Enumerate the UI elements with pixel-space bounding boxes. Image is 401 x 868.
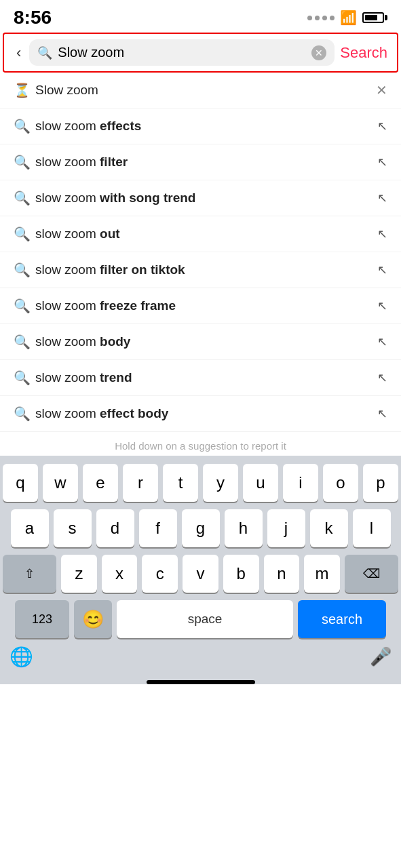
suggestion-list: ⏳ Slow zoom ✕ 🔍 slow zoom effects ↖ 🔍 sl… — [0, 73, 401, 432]
suggestion-item[interactable]: 🔍 slow zoom with song trend ↖ — [0, 180, 401, 216]
suggestion-text: slow zoom body — [35, 334, 377, 349]
suggestion-text: slow zoom filter — [35, 155, 377, 170]
suggestion-text: Slow zoom — [35, 83, 376, 98]
key-f[interactable]: f — [139, 509, 177, 547]
key-c[interactable]: c — [142, 555, 178, 593]
home-indicator — [147, 680, 255, 684]
backspace-key[interactable]: ⌫ — [345, 555, 398, 593]
search-icon: 🔍 — [14, 406, 35, 422]
key-g[interactable]: g — [182, 509, 220, 547]
hint-text: Hold down on a suggestion to report it — [0, 432, 401, 456]
keyboard-bottom-row: 🌐 🎤 — [3, 646, 398, 676]
globe-icon[interactable]: 🌐 — [9, 646, 33, 668]
keyboard-search-key[interactable]: search — [298, 600, 386, 638]
autofill-arrow-icon[interactable]: ↖ — [377, 298, 387, 313]
suggestion-item[interactable]: 🔍 slow zoom filter on tiktok ↖ — [0, 252, 401, 288]
suggestion-item[interactable]: ⏳ Slow zoom ✕ — [0, 73, 401, 108]
suggestion-item[interactable]: 🔍 slow zoom trend ↖ — [0, 360, 401, 396]
key-t[interactable]: t — [163, 464, 198, 502]
search-input-wrap[interactable]: 🔍 ✕ — [29, 39, 335, 66]
key-j[interactable]: j — [267, 509, 305, 547]
key-a[interactable]: a — [11, 509, 49, 547]
key-q[interactable]: q — [3, 464, 38, 502]
battery-icon — [362, 12, 387, 23]
key-p[interactable]: p — [363, 464, 398, 502]
wifi-icon: 📶 — [340, 9, 357, 26]
key-h[interactable]: h — [225, 509, 263, 547]
suggestion-text: slow zoom freeze frame — [35, 298, 377, 313]
key-i[interactable]: i — [283, 464, 318, 502]
key-e[interactable]: e — [83, 464, 118, 502]
keyboard: q w e r t y u i o p a s d f g h j k l ⇧ … — [0, 456, 401, 684]
shift-key[interactable]: ⇧ — [3, 555, 56, 593]
keyboard-row-4: 123 😊 space search — [3, 600, 398, 638]
keyboard-row-1: q w e r t y u i o p — [3, 464, 398, 502]
suggestion-close-icon[interactable]: ✕ — [376, 82, 387, 98]
space-key[interactable]: space — [117, 600, 293, 638]
suggestion-text: slow zoom effects — [35, 119, 377, 134]
suggestion-text: slow zoom effect body — [35, 406, 377, 421]
search-input[interactable] — [58, 45, 306, 60]
status-icons: 📶 — [307, 9, 387, 26]
numbers-key[interactable]: 123 — [15, 600, 69, 638]
autofill-arrow-icon[interactable]: ↖ — [377, 119, 387, 134]
emoji-key[interactable]: 😊 — [74, 600, 112, 638]
autofill-arrow-icon[interactable]: ↖ — [377, 370, 387, 385]
status-time: 8:56 — [14, 7, 52, 28]
back-button[interactable]: ‹ — [14, 44, 24, 62]
suggestion-text: slow zoom out — [35, 226, 377, 241]
key-x[interactable]: x — [102, 555, 138, 593]
autofill-arrow-icon[interactable]: ↖ — [377, 406, 387, 421]
key-d[interactable]: d — [96, 509, 134, 547]
key-u[interactable]: u — [243, 464, 278, 502]
search-icon: 🔍 — [14, 190, 35, 206]
key-o[interactable]: o — [323, 464, 358, 502]
suggestion-item[interactable]: 🔍 slow zoom filter ↖ — [0, 144, 401, 180]
key-l[interactable]: l — [353, 509, 391, 547]
autofill-arrow-icon[interactable]: ↖ — [377, 191, 387, 205]
key-w[interactable]: w — [43, 464, 78, 502]
key-s[interactable]: s — [54, 509, 92, 547]
status-bar: 8:56 📶 — [0, 0, 401, 33]
clear-button[interactable]: ✕ — [311, 45, 326, 60]
suggestion-text: slow zoom filter on tiktok — [35, 262, 377, 277]
suggestion-text: slow zoom with song trend — [35, 191, 377, 205]
search-icon: 🔍 — [37, 45, 52, 60]
key-y[interactable]: y — [203, 464, 238, 502]
key-r[interactable]: r — [123, 464, 158, 502]
microphone-icon[interactable]: 🎤 — [370, 646, 392, 667]
suggestion-item[interactable]: 🔍 slow zoom effects ↖ — [0, 108, 401, 144]
autofill-arrow-icon[interactable]: ↖ — [377, 334, 387, 349]
keyboard-row-3: ⇧ z x c v b n m ⌫ — [3, 555, 398, 593]
search-bar-row: ‹ 🔍 ✕ Search — [3, 33, 398, 73]
autofill-arrow-icon[interactable]: ↖ — [377, 226, 387, 241]
key-m[interactable]: m — [304, 555, 340, 593]
suggestion-item[interactable]: 🔍 slow zoom body ↖ — [0, 324, 401, 360]
search-icon: 🔍 — [14, 118, 35, 134]
search-action-button[interactable]: Search — [340, 44, 387, 62]
search-icon: 🔍 — [14, 154, 35, 170]
suggestion-item[interactable]: 🔍 slow zoom freeze frame ↖ — [0, 288, 401, 324]
key-v[interactable]: v — [183, 555, 218, 593]
search-icon: 🔍 — [14, 226, 35, 242]
key-k[interactable]: k — [310, 509, 348, 547]
keyboard-row-2: a s d f g h j k l — [3, 509, 398, 547]
suggestion-item[interactable]: 🔍 slow zoom out ↖ — [0, 216, 401, 252]
suggestion-text: slow zoom trend — [35, 370, 377, 385]
key-z[interactable]: z — [61, 555, 97, 593]
key-b[interactable]: b — [223, 555, 259, 593]
suggestion-item[interactable]: 🔍 slow zoom effect body ↖ — [0, 396, 401, 432]
search-icon: 🔍 — [14, 262, 35, 278]
history-icon: ⏳ — [14, 82, 35, 98]
search-icon: 🔍 — [14, 298, 35, 314]
key-n[interactable]: n — [264, 555, 300, 593]
search-icon: 🔍 — [14, 370, 35, 386]
autofill-arrow-icon[interactable]: ↖ — [377, 155, 387, 170]
search-icon: 🔍 — [14, 334, 35, 350]
autofill-arrow-icon[interactable]: ↖ — [377, 262, 387, 277]
signal-icon — [307, 16, 335, 20]
